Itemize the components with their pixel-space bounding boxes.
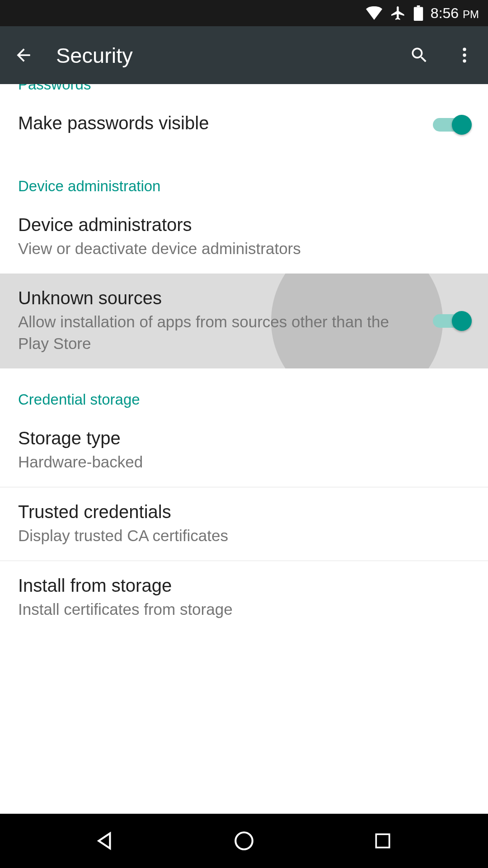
svg-rect-6: [376, 834, 389, 847]
setting-subtitle: Display trusted CA certificates: [18, 525, 470, 546]
nav-home-button[interactable]: [226, 823, 262, 859]
svg-point-3: [463, 53, 466, 57]
setting-subtitle: View or deactivate device administrators: [18, 238, 470, 259]
settings-content[interactable]: Passwords Make passwords visible Device …: [0, 84, 488, 814]
navigation-bar: [0, 814, 488, 868]
setting-device-administrators[interactable]: Device administrators View or deactivate…: [0, 200, 488, 274]
app-bar: Security: [0, 26, 488, 84]
status-time: 8:56 PM: [431, 5, 479, 22]
nav-recent-apps-button[interactable]: [365, 823, 401, 859]
toggle-unknown-sources[interactable]: [433, 312, 470, 330]
setting-title: Unknown sources: [18, 288, 422, 308]
setting-make-passwords-visible[interactable]: Make passwords visible: [0, 99, 488, 151]
svg-rect-0: [414, 7, 423, 21]
setting-install-from-storage[interactable]: Install from storage Install certificate…: [0, 561, 488, 634]
setting-title: Make passwords visible: [18, 113, 422, 133]
setting-title: Install from storage: [18, 576, 470, 596]
svg-rect-1: [417, 5, 420, 7]
back-button[interactable]: [11, 42, 36, 68]
setting-title: Storage type: [18, 428, 470, 448]
setting-subtitle: Hardware-backed: [18, 451, 470, 472]
airplane-mode-icon: [390, 5, 406, 21]
svg-point-2: [463, 48, 466, 51]
setting-trusted-credentials[interactable]: Trusted credentials Display trusted CA c…: [0, 487, 488, 561]
setting-title: Trusted credentials: [18, 502, 470, 522]
wifi-icon: [366, 6, 383, 20]
search-button[interactable]: [407, 42, 432, 68]
setting-storage-type[interactable]: Storage type Hardware-backed: [0, 414, 488, 487]
more-options-button[interactable]: [452, 42, 477, 68]
section-header-device-admin: Device administration: [0, 151, 488, 200]
setting-subtitle: Install certificates from storage: [18, 599, 470, 620]
setting-subtitle: Allow installation of apps from sources …: [18, 311, 422, 354]
page-title: Security: [56, 43, 387, 68]
toggle-make-passwords-visible[interactable]: [433, 116, 470, 134]
section-header-credential-storage: Credential storage: [0, 368, 488, 414]
status-bar: 8:56 PM: [0, 0, 488, 26]
svg-point-4: [463, 59, 466, 62]
section-header-passwords: Passwords: [0, 84, 488, 99]
svg-point-5: [235, 832, 253, 849]
battery-icon: [413, 5, 423, 21]
setting-unknown-sources[interactable]: Unknown sources Allow installation of ap…: [0, 274, 488, 368]
setting-title: Device administrators: [18, 215, 470, 235]
nav-back-button[interactable]: [87, 823, 123, 859]
